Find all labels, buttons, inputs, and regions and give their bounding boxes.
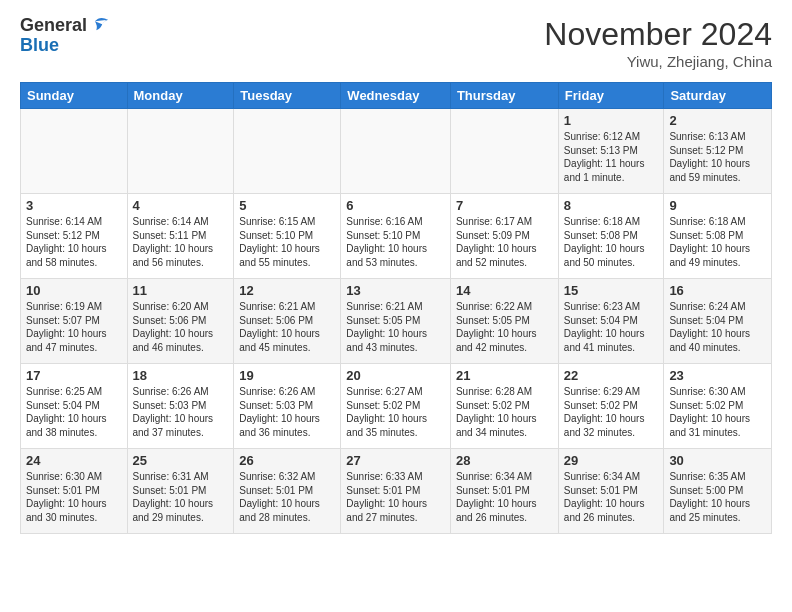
calendar-cell: 5Sunrise: 6:15 AM Sunset: 5:10 PM Daylig… — [234, 194, 341, 279]
calendar-cell — [127, 109, 234, 194]
week-row-1: 1Sunrise: 6:12 AM Sunset: 5:13 PM Daylig… — [21, 109, 772, 194]
title-area: November 2024 Yiwu, Zhejiang, China — [544, 16, 772, 70]
calendar-cell: 11Sunrise: 6:20 AM Sunset: 5:06 PM Dayli… — [127, 279, 234, 364]
weekday-header-thursday: Thursday — [450, 83, 558, 109]
day-number: 18 — [133, 368, 229, 383]
day-info: Sunrise: 6:18 AM Sunset: 5:08 PM Dayligh… — [669, 215, 766, 269]
day-number: 23 — [669, 368, 766, 383]
day-info: Sunrise: 6:12 AM Sunset: 5:13 PM Dayligh… — [564, 130, 659, 184]
day-number: 24 — [26, 453, 122, 468]
day-info: Sunrise: 6:14 AM Sunset: 5:12 PM Dayligh… — [26, 215, 122, 269]
header: General Blue November 2024 Yiwu, Zhejian… — [20, 16, 772, 70]
day-number: 9 — [669, 198, 766, 213]
day-number: 22 — [564, 368, 659, 383]
month-title: November 2024 — [544, 16, 772, 53]
logo: General Blue — [20, 16, 111, 56]
calendar-cell: 26Sunrise: 6:32 AM Sunset: 5:01 PM Dayli… — [234, 449, 341, 534]
day-info: Sunrise: 6:17 AM Sunset: 5:09 PM Dayligh… — [456, 215, 553, 269]
calendar-cell: 19Sunrise: 6:26 AM Sunset: 5:03 PM Dayli… — [234, 364, 341, 449]
day-number: 1 — [564, 113, 659, 128]
day-info: Sunrise: 6:14 AM Sunset: 5:11 PM Dayligh… — [133, 215, 229, 269]
calendar-cell: 18Sunrise: 6:26 AM Sunset: 5:03 PM Dayli… — [127, 364, 234, 449]
day-info: Sunrise: 6:27 AM Sunset: 5:02 PM Dayligh… — [346, 385, 445, 439]
calendar-cell: 28Sunrise: 6:34 AM Sunset: 5:01 PM Dayli… — [450, 449, 558, 534]
day-info: Sunrise: 6:24 AM Sunset: 5:04 PM Dayligh… — [669, 300, 766, 354]
day-number: 6 — [346, 198, 445, 213]
day-info: Sunrise: 6:28 AM Sunset: 5:02 PM Dayligh… — [456, 385, 553, 439]
day-info: Sunrise: 6:20 AM Sunset: 5:06 PM Dayligh… — [133, 300, 229, 354]
day-info: Sunrise: 6:25 AM Sunset: 5:04 PM Dayligh… — [26, 385, 122, 439]
calendar-cell: 9Sunrise: 6:18 AM Sunset: 5:08 PM Daylig… — [664, 194, 772, 279]
day-info: Sunrise: 6:26 AM Sunset: 5:03 PM Dayligh… — [133, 385, 229, 439]
day-number: 21 — [456, 368, 553, 383]
calendar-cell: 27Sunrise: 6:33 AM Sunset: 5:01 PM Dayli… — [341, 449, 451, 534]
calendar-cell: 4Sunrise: 6:14 AM Sunset: 5:11 PM Daylig… — [127, 194, 234, 279]
calendar-cell: 10Sunrise: 6:19 AM Sunset: 5:07 PM Dayli… — [21, 279, 128, 364]
week-row-5: 24Sunrise: 6:30 AM Sunset: 5:01 PM Dayli… — [21, 449, 772, 534]
day-number: 29 — [564, 453, 659, 468]
day-info: Sunrise: 6:18 AM Sunset: 5:08 PM Dayligh… — [564, 215, 659, 269]
calendar-cell: 12Sunrise: 6:21 AM Sunset: 5:06 PM Dayli… — [234, 279, 341, 364]
calendar-cell: 1Sunrise: 6:12 AM Sunset: 5:13 PM Daylig… — [558, 109, 664, 194]
calendar-cell: 25Sunrise: 6:31 AM Sunset: 5:01 PM Dayli… — [127, 449, 234, 534]
day-number: 12 — [239, 283, 335, 298]
day-info: Sunrise: 6:19 AM Sunset: 5:07 PM Dayligh… — [26, 300, 122, 354]
weekday-header-sunday: Sunday — [21, 83, 128, 109]
day-info: Sunrise: 6:21 AM Sunset: 5:06 PM Dayligh… — [239, 300, 335, 354]
calendar-cell: 16Sunrise: 6:24 AM Sunset: 5:04 PM Dayli… — [664, 279, 772, 364]
day-info: Sunrise: 6:15 AM Sunset: 5:10 PM Dayligh… — [239, 215, 335, 269]
day-number: 4 — [133, 198, 229, 213]
calendar-cell: 29Sunrise: 6:34 AM Sunset: 5:01 PM Dayli… — [558, 449, 664, 534]
calendar-cell — [450, 109, 558, 194]
location: Yiwu, Zhejiang, China — [544, 53, 772, 70]
calendar-cell — [234, 109, 341, 194]
calendar-cell: 30Sunrise: 6:35 AM Sunset: 5:00 PM Dayli… — [664, 449, 772, 534]
week-row-2: 3Sunrise: 6:14 AM Sunset: 5:12 PM Daylig… — [21, 194, 772, 279]
weekday-header-saturday: Saturday — [664, 83, 772, 109]
day-number: 19 — [239, 368, 335, 383]
calendar-page: General Blue November 2024 Yiwu, Zhejian… — [0, 0, 792, 550]
day-info: Sunrise: 6:22 AM Sunset: 5:05 PM Dayligh… — [456, 300, 553, 354]
calendar-table: SundayMondayTuesdayWednesdayThursdayFrid… — [20, 82, 772, 534]
calendar-cell: 7Sunrise: 6:17 AM Sunset: 5:09 PM Daylig… — [450, 194, 558, 279]
week-row-4: 17Sunrise: 6:25 AM Sunset: 5:04 PM Dayli… — [21, 364, 772, 449]
calendar-cell: 6Sunrise: 6:16 AM Sunset: 5:10 PM Daylig… — [341, 194, 451, 279]
calendar-cell: 21Sunrise: 6:28 AM Sunset: 5:02 PM Dayli… — [450, 364, 558, 449]
day-number: 15 — [564, 283, 659, 298]
day-number: 14 — [456, 283, 553, 298]
day-number: 3 — [26, 198, 122, 213]
day-info: Sunrise: 6:34 AM Sunset: 5:01 PM Dayligh… — [564, 470, 659, 524]
weekday-header-wednesday: Wednesday — [341, 83, 451, 109]
day-number: 10 — [26, 283, 122, 298]
day-number: 5 — [239, 198, 335, 213]
logo-blue-text: Blue — [20, 35, 59, 55]
day-number: 30 — [669, 453, 766, 468]
day-number: 20 — [346, 368, 445, 383]
day-info: Sunrise: 6:32 AM Sunset: 5:01 PM Dayligh… — [239, 470, 335, 524]
calendar-cell — [341, 109, 451, 194]
calendar-cell: 2Sunrise: 6:13 AM Sunset: 5:12 PM Daylig… — [664, 109, 772, 194]
weekday-header-tuesday: Tuesday — [234, 83, 341, 109]
day-number: 17 — [26, 368, 122, 383]
day-info: Sunrise: 6:13 AM Sunset: 5:12 PM Dayligh… — [669, 130, 766, 184]
weekday-header-row: SundayMondayTuesdayWednesdayThursdayFrid… — [21, 83, 772, 109]
day-info: Sunrise: 6:30 AM Sunset: 5:01 PM Dayligh… — [26, 470, 122, 524]
calendar-cell: 15Sunrise: 6:23 AM Sunset: 5:04 PM Dayli… — [558, 279, 664, 364]
day-number: 2 — [669, 113, 766, 128]
weekday-header-friday: Friday — [558, 83, 664, 109]
day-number: 16 — [669, 283, 766, 298]
day-number: 13 — [346, 283, 445, 298]
day-info: Sunrise: 6:16 AM Sunset: 5:10 PM Dayligh… — [346, 215, 445, 269]
day-info: Sunrise: 6:29 AM Sunset: 5:02 PM Dayligh… — [564, 385, 659, 439]
day-info: Sunrise: 6:34 AM Sunset: 5:01 PM Dayligh… — [456, 470, 553, 524]
calendar-cell — [21, 109, 128, 194]
calendar-cell: 22Sunrise: 6:29 AM Sunset: 5:02 PM Dayli… — [558, 364, 664, 449]
weekday-header-monday: Monday — [127, 83, 234, 109]
day-number: 8 — [564, 198, 659, 213]
day-info: Sunrise: 6:26 AM Sunset: 5:03 PM Dayligh… — [239, 385, 335, 439]
logo-bird-icon — [89, 14, 111, 36]
logo-general-text: General — [20, 16, 87, 36]
calendar-cell: 3Sunrise: 6:14 AM Sunset: 5:12 PM Daylig… — [21, 194, 128, 279]
day-info: Sunrise: 6:35 AM Sunset: 5:00 PM Dayligh… — [669, 470, 766, 524]
day-info: Sunrise: 6:31 AM Sunset: 5:01 PM Dayligh… — [133, 470, 229, 524]
